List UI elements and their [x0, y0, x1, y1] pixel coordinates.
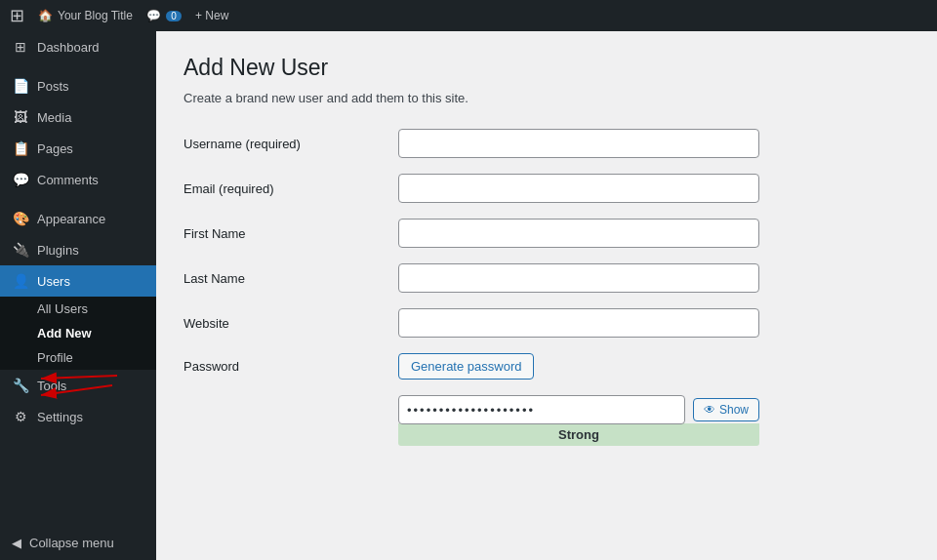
media-icon: 🖼 — [12, 109, 29, 125]
comments-icon: 💬 — [146, 9, 161, 22]
sidebar-item-tools-label: Tools — [37, 379, 66, 393]
settings-icon: ⚙ — [12, 409, 29, 424]
sidebar-item-posts[interactable]: 📄 Posts — [0, 70, 156, 101]
collapse-label: Collapse menu — [29, 536, 114, 550]
submenu-profile[interactable]: Profile — [0, 345, 156, 370]
sidebar: ⊞ Dashboard 📄 Posts 🖼 Media 📋 Pages 💬 Co… — [0, 31, 156, 560]
username-label: Username (required) — [183, 137, 398, 151]
sidebar-item-users[interactable]: 👤 Users — [0, 265, 156, 297]
password-strength-indicator: Strong — [398, 423, 759, 446]
submenu-all-users[interactable]: All Users — [0, 297, 156, 321]
website-field-wrap — [398, 308, 910, 338]
password-label: Password — [183, 359, 398, 374]
sidebar-item-plugins[interactable]: 🔌 Plugins — [0, 234, 156, 265]
password-strength-label: Strong — [558, 427, 599, 442]
firstname-label: First Name — [183, 226, 398, 241]
sidebar-item-users-label: Users — [37, 274, 70, 289]
sidebar-item-plugins-label: Plugins — [37, 243, 79, 258]
sidebar-item-media-label: Media — [37, 110, 71, 125]
dashboard-icon: ⊞ — [12, 39, 29, 55]
lastname-label: Last Name — [183, 271, 398, 286]
sidebar-item-pages[interactable]: 📋 Pages — [0, 133, 156, 164]
password-field-wrap-outer: 👁 Show Strong — [398, 395, 910, 446]
website-label: Website — [183, 316, 398, 331]
sidebar-item-settings-label: Settings — [37, 410, 83, 424]
sidebar-item-dashboard[interactable]: ⊞ Dashboard — [0, 31, 156, 62]
site-name-link[interactable]: 🏠 Your Blog Title — [38, 9, 133, 22]
lastname-input[interactable] — [398, 263, 759, 293]
tools-icon: 🔧 — [12, 378, 29, 393]
wp-logo-link[interactable]: ⊞ — [10, 5, 24, 26]
email-label: Email (required) — [183, 181, 398, 196]
main-content: Add New User Create a brand new user and… — [156, 31, 937, 560]
firstname-field-wrap — [398, 219, 910, 248]
password-generate-row: Password Generate password — [183, 353, 910, 380]
email-row: Email (required) — [183, 174, 910, 203]
collapse-icon: ◀ — [12, 536, 21, 550]
posts-icon: 📄 — [12, 78, 29, 94]
website-row: Website — [183, 308, 910, 338]
password-input[interactable] — [398, 395, 685, 424]
username-row: Username (required) — [183, 129, 910, 158]
email-field-wrap — [398, 174, 910, 203]
collapse-menu[interactable]: ◀ Collapse menu — [0, 526, 156, 560]
page-title: Add New User — [183, 55, 910, 81]
lastname-row: Last Name — [183, 263, 910, 293]
firstname-input[interactable] — [398, 219, 759, 248]
generate-password-button[interactable]: Generate password — [398, 353, 534, 380]
sidebar-item-posts-label: Posts — [37, 79, 69, 94]
show-password-button[interactable]: 👁 Show — [693, 398, 759, 421]
sidebar-item-tools[interactable]: 🔧 Tools — [0, 370, 156, 401]
home-icon: 🏠 — [38, 9, 53, 22]
username-field — [398, 129, 910, 158]
password-input-row: 👁 Show Strong — [183, 395, 910, 446]
submenu-add-new[interactable]: Add New — [0, 321, 156, 345]
admin-bar: ⊞ 🏠 Your Blog Title 💬 0 + New — [0, 0, 937, 31]
website-input[interactable] — [398, 308, 759, 338]
password-field-wrap: 👁 Show — [398, 395, 759, 424]
sidebar-item-comments-label: Comments — [37, 173, 99, 187]
sidebar-item-settings[interactable]: ⚙ Settings — [0, 401, 156, 432]
firstname-row: First Name — [183, 219, 910, 248]
sidebar-item-dashboard-label: Dashboard — [37, 40, 100, 55]
plugins-icon: 🔌 — [12, 242, 29, 258]
show-password-label: Show — [719, 403, 749, 417]
lastname-field-wrap — [398, 263, 910, 293]
site-name: Your Blog Title — [58, 9, 133, 22]
eye-icon: 👁 — [704, 403, 715, 417]
sidebar-item-comments[interactable]: 💬 Comments — [0, 164, 156, 195]
pages-icon: 📋 — [12, 140, 29, 156]
comments-sidebar-icon: 💬 — [12, 172, 29, 187]
new-content-label: + New — [195, 9, 228, 22]
users-icon: 👤 — [12, 273, 29, 289]
comments-link[interactable]: 💬 0 — [146, 9, 182, 22]
username-input[interactable] — [398, 129, 759, 158]
password-generate-wrap: Generate password — [398, 353, 910, 380]
sidebar-item-pages-label: Pages — [37, 141, 73, 156]
sidebar-item-appearance-label: Appearance — [37, 212, 105, 226]
sidebar-item-media[interactable]: 🖼 Media — [0, 101, 156, 133]
comments-count: 0 — [166, 11, 182, 21]
new-content-link[interactable]: + New — [195, 9, 228, 22]
wp-logo-icon: ⊞ — [10, 5, 24, 26]
sidebar-item-appearance[interactable]: 🎨 Appearance — [0, 203, 156, 234]
page-subtitle: Create a brand new user and add them to … — [183, 91, 910, 105]
appearance-icon: 🎨 — [12, 211, 29, 226]
users-submenu: All Users Add New Profile — [0, 297, 156, 370]
email-input[interactable] — [398, 174, 759, 203]
